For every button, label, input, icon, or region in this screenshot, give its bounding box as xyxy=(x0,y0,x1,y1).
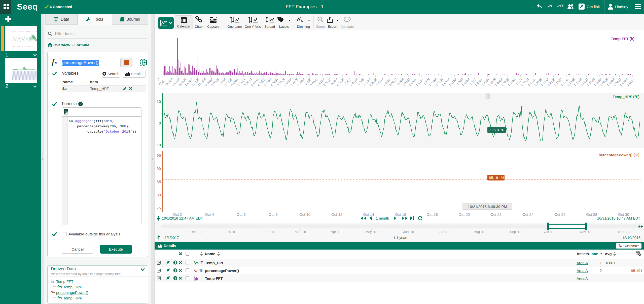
svg-text:Temp FFT (h): Temp FFT (h) xyxy=(611,37,634,41)
svg-text:-3.581 °F: -3.581 °F xyxy=(489,128,504,132)
svg-text:0: 0 xyxy=(159,121,161,125)
svg-text:75: 75 xyxy=(157,206,161,210)
svg-text:85.191 %: 85.191 % xyxy=(489,176,504,180)
svg-text:85: 85 xyxy=(157,179,161,184)
svg-text:1: 1 xyxy=(487,95,488,98)
svg-text:Temp_HPF (°F): Temp_HPF (°F) xyxy=(613,95,639,99)
svg-text:?: ? xyxy=(80,102,82,106)
svg-text:percentagePower() (%): percentagePower() (%) xyxy=(598,153,639,157)
svg-text:95: 95 xyxy=(157,153,161,158)
svg-text:10/21/2018 3:48:39 PM: 10/21/2018 3:48:39 PM xyxy=(468,204,507,209)
svg-text:-10: -10 xyxy=(155,143,161,147)
svg-text:10: 10 xyxy=(157,99,161,104)
svg-text:80: 80 xyxy=(157,193,161,197)
svg-text:90: 90 xyxy=(157,166,161,171)
